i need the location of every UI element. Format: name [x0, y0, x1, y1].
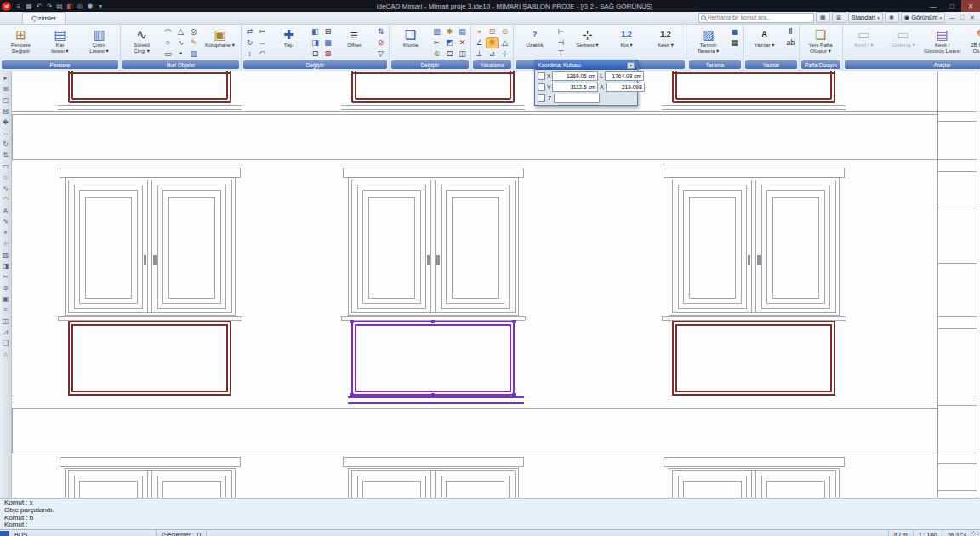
ribbon-button-taşı[interactable]: ✚Taşı: [270, 26, 308, 48]
ribbon-button-pencere-değiştir[interactable]: ⊞Pencere Değiştir: [2, 26, 40, 54]
extend-icon[interactable]: →: [256, 37, 269, 48]
half-tool-icon[interactable]: ◨: [1, 260, 11, 271]
pan-tool-icon[interactable]: ↔: [1, 128, 11, 139]
snap-angle-icon[interactable]: ∠: [473, 37, 486, 48]
ribbon-button-kütüphane[interactable]: ▣Kütüphane ▾: [201, 26, 239, 48]
grid-tool-icon[interactable]: ⊹: [1, 238, 11, 249]
ribbon-button-çizim-listesi[interactable]: ▥Çizim Listesi ▾: [80, 26, 118, 54]
ribbon-button-serbest[interactable]: ⊹Serbest ▾: [568, 26, 607, 48]
rectangle-tool-icon[interactable]: ▭: [1, 161, 11, 172]
freehand-icon[interactable]: ✎: [187, 37, 200, 48]
drawing-canvas[interactable]: [12, 71, 980, 498]
fillet-icon[interactable]: ◠: [256, 48, 269, 60]
spline-tool-icon[interactable]: ∿: [1, 183, 11, 194]
paint-icon[interactable]: ▧: [430, 26, 443, 37]
settings-icon[interactable]: ✱: [85, 3, 95, 10]
coord-checkbox-z[interactable]: [538, 94, 545, 102]
hatch-icon[interactable]: ▨: [187, 48, 200, 60]
split-icon[interactable]: ◫: [456, 48, 469, 60]
snap-center-icon[interactable]: ⌖: [473, 26, 486, 37]
redo-icon[interactable]: ↷: [44, 3, 54, 10]
snap-midpoint-icon[interactable]: △: [499, 37, 511, 48]
coord-checkbox-y[interactable]: [538, 83, 545, 91]
mirror-icon[interactable]: ⇄: [243, 26, 256, 37]
ribbon-button-yazılar[interactable]: AYazılar ▾: [745, 26, 783, 48]
coordinate-box-palette[interactable]: Koordinat Kutusu ✕ X1369.05 cmL1764.08 c…: [534, 60, 638, 106]
status-scale[interactable]: 1 : 100: [914, 530, 943, 536]
snap-endpoint-icon[interactable]: ⊙: [499, 26, 511, 37]
checkbox-icon[interactable]: ⊠: [832, 12, 846, 23]
subtract-icon[interactable]: ⊟: [309, 48, 322, 60]
coord-input-z[interactable]: [554, 94, 600, 103]
rectangle-icon[interactable]: ▭: [162, 48, 174, 60]
maximize-button[interactable]: □: [943, 0, 961, 12]
rotate-icon[interactable]: ↻: [243, 37, 256, 48]
circle-tool-icon[interactable]: ○: [1, 172, 11, 183]
scissors-tool-icon[interactable]: ✂: [1, 271, 11, 282]
dim-left-icon[interactable]: ⊢: [555, 26, 567, 37]
ribbon-button-offset[interactable]: ≡Offset: [335, 26, 373, 48]
ribbon-button-yeni-pafta-oluştur[interactable]: ❏Yeni Pafta Oluştur ▾: [801, 26, 840, 54]
sheet-tool-icon[interactable]: ❏: [1, 338, 11, 349]
text-style-icon[interactable]: ab: [784, 37, 797, 48]
close-icon[interactable]: ✕: [627, 62, 635, 69]
ribbon-button-görünüş[interactable]: ▭Görünüş ▾: [884, 26, 922, 48]
zoom-icon[interactable]: ◎: [75, 3, 85, 10]
zoom-extents-tool-icon[interactable]: ◰: [1, 94, 11, 105]
command-area[interactable]: Komut : xObje parçalandı.Komut : bKomut …: [0, 498, 980, 529]
move-tool-icon[interactable]: ✚: [1, 117, 11, 128]
ribbon-button-sürekli-çizgi[interactable]: ∿Sürekli Çizgi ▾: [122, 26, 161, 54]
align-right-icon[interactable]: ◨: [309, 37, 322, 48]
corner-icon[interactable]: ◩: [443, 37, 456, 48]
add-icon[interactable]: ⊕: [430, 48, 443, 60]
gorunum-dropdown[interactable]: ◉ Görünüm ▾: [901, 12, 945, 23]
snap-intersection-icon[interactable]: ※: [486, 37, 499, 48]
polygon-icon[interactable]: △: [174, 26, 187, 37]
save-icon[interactable]: ▦: [24, 3, 34, 10]
explode-icon[interactable]: ▽: [374, 48, 387, 60]
status-units[interactable]: lf / m: [889, 530, 914, 536]
ribbon-button-kot[interactable]: 1.2Kot ▾: [607, 26, 646, 48]
dim-right-icon[interactable]: ⊣: [555, 37, 567, 48]
pencil-tool-icon[interactable]: ✎: [1, 216, 11, 227]
snap-nearest-icon[interactable]: ⊿: [486, 48, 499, 60]
rows-icon[interactable]: ▤: [456, 26, 469, 37]
app-menu-icon[interactable]: ≡: [14, 3, 24, 10]
stretch-icon[interactable]: ↕: [243, 48, 256, 60]
home-tool-icon[interactable]: ⌂: [1, 349, 11, 360]
arc-tool-icon[interactable]: ◠: [1, 194, 11, 205]
ribbon-button-2b-çizim-oluştur[interactable]: ✎2B Çizim Oluştur: [962, 26, 980, 54]
spark-icon[interactable]: ✱: [443, 26, 456, 37]
text-tool-icon[interactable]: A: [1, 205, 11, 216]
box-icon[interactable]: ⊡: [443, 48, 456, 60]
coord-input-x[interactable]: 1369.05 cm: [552, 71, 598, 81]
point-icon[interactable]: •: [174, 48, 187, 60]
zoom-window-tool-icon[interactable]: ⊞: [1, 83, 11, 94]
ribbon-button-klonla[interactable]: ❏Klonla: [391, 26, 430, 48]
arc-icon[interactable]: ◠: [162, 26, 174, 37]
tab-cizimler[interactable]: Çizimler: [22, 12, 66, 24]
list-tool-icon[interactable]: ≡: [1, 305, 11, 316]
print-icon[interactable]: ▤: [54, 3, 65, 10]
cut-icon[interactable]: ✂: [430, 37, 443, 48]
align-left-icon[interactable]: ◧: [309, 26, 322, 37]
add-grid-icon[interactable]: ⊞: [322, 26, 334, 37]
array-icon[interactable]: ▩: [322, 37, 334, 48]
break-icon[interactable]: ⊘: [374, 37, 387, 48]
delete-icon[interactable]: ⊠: [322, 48, 334, 60]
library-tool-icon[interactable]: ▣: [1, 294, 11, 305]
trim-icon[interactable]: ✂: [256, 26, 269, 37]
close-button[interactable]: ✕: [961, 0, 980, 12]
ribbon-button-tanımlı-tarama[interactable]: ▨Tanımlı Tarama ▾: [689, 26, 727, 54]
coord-input-y[interactable]: 1112.5 cm: [552, 83, 598, 92]
snap-node-icon[interactable]: ⊡: [486, 26, 499, 37]
quick-access-dropdown-icon[interactable]: ▾: [95, 3, 105, 10]
ribbon-button-kesit-görünüş-listesi[interactable]: ▤Kesit / Görünüş Listesi: [923, 26, 961, 54]
erase-icon[interactable]: ✕: [456, 37, 469, 48]
snap-perp-icon[interactable]: ⊥: [473, 48, 486, 60]
elevation-drawing[interactable]: [12, 71, 980, 498]
order-tool-icon[interactable]: ⇅: [1, 150, 11, 161]
layers-tool-icon[interactable]: ▤: [1, 105, 11, 117]
dim-top-icon[interactable]: ⊤: [555, 48, 567, 60]
doc-close-button[interactable]: ✕: [967, 13, 977, 22]
